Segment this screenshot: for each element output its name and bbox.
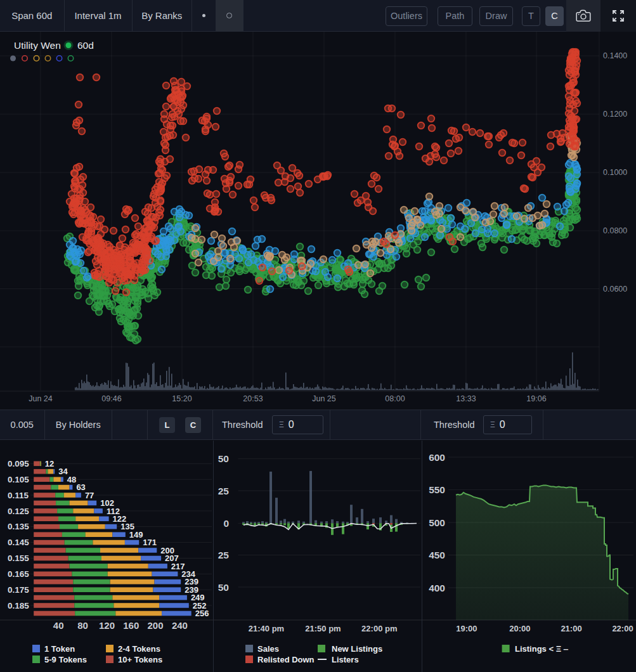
- svg-text:450: 450: [429, 550, 445, 560]
- svg-text:0.165: 0.165: [8, 569, 29, 579]
- svg-text:77: 77: [85, 491, 94, 500]
- svg-text:12: 12: [45, 459, 54, 468]
- svg-text:600: 600: [429, 452, 445, 463]
- svg-text:20:53: 20:53: [243, 394, 263, 403]
- svg-text:0.145: 0.145: [8, 538, 29, 547]
- svg-text:Utility Wen: Utility Wen: [14, 40, 61, 51]
- svg-text:48: 48: [67, 475, 76, 484]
- svg-text:25: 25: [218, 550, 230, 560]
- svg-text:60d: 60d: [77, 40, 94, 51]
- svg-text:240: 240: [172, 620, 188, 631]
- svg-text:25: 25: [218, 486, 230, 496]
- svg-text:256: 256: [195, 609, 209, 618]
- svg-text:20:00: 20:00: [509, 624, 530, 633]
- svg-text:0.185: 0.185: [8, 601, 29, 611]
- svg-text:Jun 24: Jun 24: [29, 394, 53, 403]
- svg-text:0.115: 0.115: [8, 491, 29, 500]
- svg-text:400: 400: [429, 583, 445, 593]
- svg-text:50: 50: [218, 582, 229, 593]
- svg-text:19:00: 19:00: [456, 624, 477, 633]
- svg-text:22:00 pm: 22:00 pm: [361, 624, 397, 633]
- svg-text:5-9 Tokens: 5-9 Tokens: [44, 655, 87, 664]
- svg-text:40: 40: [53, 620, 64, 631]
- svg-text:22:00: 22:00: [612, 624, 633, 633]
- svg-text:200: 200: [147, 620, 163, 631]
- svg-text:0.1400: 0.1400: [603, 51, 627, 60]
- svg-text:08:00: 08:00: [385, 394, 405, 403]
- svg-text:2-4 Tokens: 2-4 Tokens: [118, 644, 160, 654]
- svg-text:120: 120: [99, 620, 115, 631]
- svg-text:550: 550: [429, 484, 445, 495]
- svg-text:0.1200: 0.1200: [603, 110, 627, 119]
- svg-text:0: 0: [223, 518, 229, 529]
- svg-text:13:33: 13:33: [456, 394, 476, 403]
- svg-text:80: 80: [77, 620, 88, 631]
- svg-text:New Listings: New Listings: [332, 644, 382, 654]
- svg-text:0.135: 0.135: [8, 522, 29, 531]
- svg-text:1 Token: 1 Token: [44, 644, 75, 654]
- svg-text:21:40 pm: 21:40 pm: [249, 624, 284, 633]
- svg-text:Sales: Sales: [257, 644, 279, 654]
- svg-text:09:46: 09:46: [101, 394, 121, 403]
- svg-text:Listers: Listers: [332, 655, 359, 664]
- svg-text:Listings < Ξ ‒: Listings < Ξ ‒: [515, 644, 569, 654]
- svg-text:149: 149: [129, 530, 143, 540]
- svg-text:0.0600: 0.0600: [603, 285, 627, 294]
- svg-text:63: 63: [76, 482, 85, 492]
- svg-text:0.0800: 0.0800: [603, 226, 627, 235]
- svg-text:0.105: 0.105: [8, 475, 29, 484]
- svg-text:0.155: 0.155: [8, 553, 29, 563]
- svg-text:0.095: 0.095: [8, 459, 29, 468]
- svg-text:15:20: 15:20: [172, 394, 191, 403]
- svg-text:50: 50: [218, 453, 229, 464]
- svg-text:10+ Tokens: 10+ Tokens: [118, 655, 162, 664]
- svg-text:21:50 pm: 21:50 pm: [305, 624, 341, 633]
- svg-text:21:00: 21:00: [561, 624, 581, 633]
- svg-text:19:06: 19:06: [526, 394, 546, 403]
- svg-text:0.175: 0.175: [8, 585, 29, 595]
- svg-text:0.1000: 0.1000: [603, 168, 627, 177]
- svg-text:160: 160: [123, 620, 139, 631]
- svg-text:Jun 25: Jun 25: [312, 394, 336, 403]
- svg-text:0.125: 0.125: [8, 507, 29, 516]
- svg-text:171: 171: [143, 538, 157, 547]
- svg-text:500: 500: [429, 517, 445, 528]
- svg-text:Relisted Down: Relisted Down: [257, 655, 315, 664]
